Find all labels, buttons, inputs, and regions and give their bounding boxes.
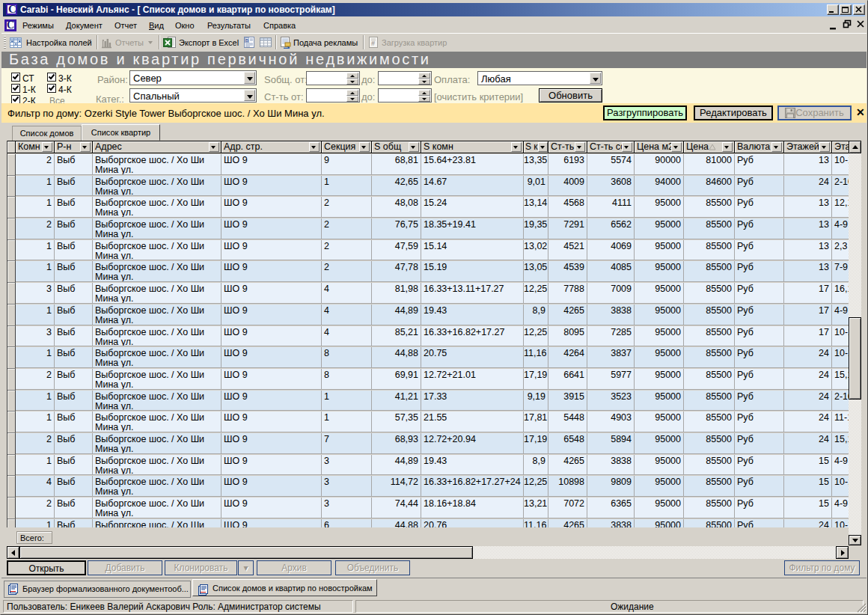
svg-text:B: B [245, 38, 248, 43]
svg-text:#: # [371, 40, 375, 47]
